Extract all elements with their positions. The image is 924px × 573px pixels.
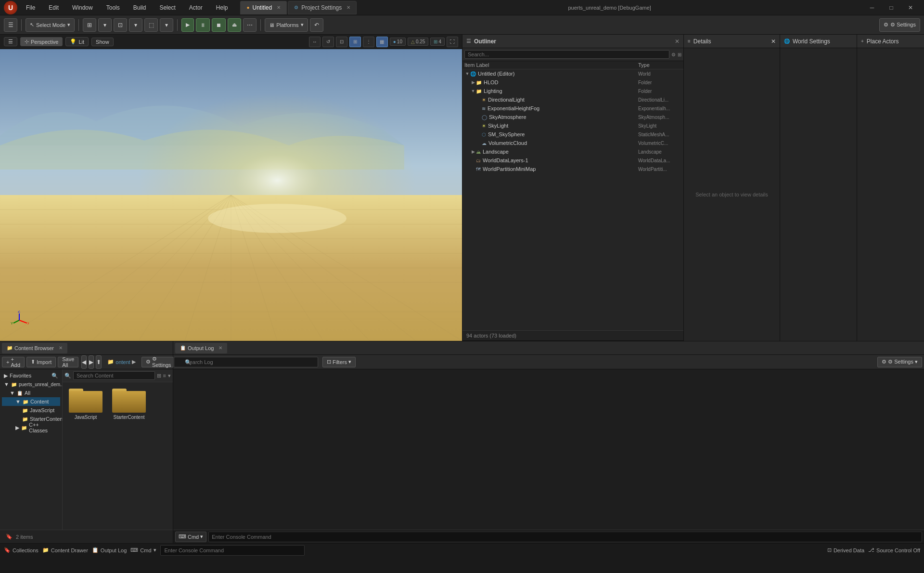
tree-item-landscape[interactable]: ▶ ⛰ Landscape Landscape (462, 147, 683, 156)
tree-item-world-partition-minimap[interactable]: 🗺 WorldPartitionMiniMap WorldPartiti... (462, 165, 683, 173)
platforms-button[interactable]: 🖥 Platforms ▾ (265, 18, 308, 32)
col-type[interactable]: Type (638, 62, 681, 68)
sort-icon[interactable]: ≡ (163, 373, 166, 378)
tree-item-hlod[interactable]: ▶ 📁 HLOD Folder (462, 78, 683, 87)
collections-button[interactable]: 🔖 2 items (3, 533, 36, 541)
tree-item-world-data-layers[interactable]: 🗂 WorldDataLayers-1 WorldDataLa... (462, 156, 683, 165)
vp-scale-tool[interactable]: ⊡ (336, 37, 347, 47)
close-button[interactable]: ✕ (901, 1, 920, 14)
viewport-canvas[interactable]: X Y Z (0, 49, 462, 341)
vp-surface-snapping[interactable]: ▦ (376, 37, 388, 47)
output-log-status-item[interactable]: 📋 Output Log (92, 547, 127, 553)
content-drawer-status-item[interactable]: 📁 Content Drawer (42, 547, 88, 553)
content-search-input[interactable] (73, 371, 155, 380)
maximize-button[interactable]: □ (882, 1, 901, 14)
grid-snap-button[interactable]: ⊡ (114, 18, 127, 32)
content-item[interactable]: ▼ 📁 Content (2, 397, 60, 406)
play-button[interactable]: ▶ (181, 18, 194, 32)
cb-back-button[interactable]: ◀ (81, 355, 87, 369)
col-item-label[interactable]: Item Label (464, 62, 638, 68)
cmd-status-item[interactable]: ⌨ Cmd ▾ (130, 547, 156, 553)
menu-tools[interactable]: Tools (103, 3, 123, 12)
vp-move-tool[interactable]: ↔ (309, 37, 321, 47)
vp-select-all[interactable]: ⊞ (349, 37, 361, 47)
view-toggle-icon[interactable]: ⊞ (157, 373, 161, 379)
outliner-close-button[interactable]: ✕ (675, 38, 680, 45)
grid-dropdown[interactable]: ▾ (129, 18, 142, 32)
menu-actor[interactable]: Actor (186, 3, 205, 12)
select-mode-button[interactable]: ↖ Select Mode ▾ (26, 18, 75, 32)
favorites-search-icon[interactable]: 🔍 (51, 373, 58, 379)
tree-item-exponential-height-fog[interactable]: ≋ ExponentialHeightFog Exponentialh... (462, 104, 683, 113)
cb-settings-button[interactable]: ⚙ ⚙ Settings (141, 357, 176, 367)
vp-maximize[interactable]: ⛶ (447, 37, 458, 47)
play-options-button[interactable]: ⋯ (243, 18, 257, 32)
tree-item-untitled-editor[interactable]: ▼ 🌐 Untitled (Editor) World (462, 69, 683, 78)
console-command-input[interactable] (208, 532, 922, 542)
close-project-settings-tab[interactable]: ✕ (346, 5, 350, 10)
ol-settings-button[interactable]: ⚙ ⚙ Settings ▾ (877, 357, 922, 367)
vp-rotate-tool[interactable]: ↺ (322, 37, 334, 47)
menu-build[interactable]: Build (130, 3, 149, 12)
snap-dropdown[interactable]: ▾ (98, 18, 112, 32)
hamburger-viewport-button[interactable]: ☰ (4, 37, 17, 46)
filters-button[interactable]: ⊡ Filters ▾ (322, 357, 356, 367)
stop-button[interactable]: ⏹ (212, 18, 226, 32)
save-all-button[interactable]: Save All (58, 357, 78, 367)
lit-button[interactable]: 💡 Lit (65, 37, 89, 46)
cb-forward-button[interactable]: ▶ (89, 355, 94, 369)
all-item[interactable]: ▼ 📋 All (2, 389, 60, 397)
vp-fov-setting[interactable]: ● 10 (390, 38, 406, 46)
tree-item-sm-sky-sphere[interactable]: ⬡ SM_SkySphere StaticMeshA... (462, 130, 683, 139)
details-close-button[interactable]: ✕ (771, 38, 776, 45)
import-button[interactable]: ⬆ Import (26, 357, 56, 367)
cb-tab-close[interactable]: ✕ (59, 345, 63, 351)
tab-project-settings[interactable]: ⚙ Project Settings ✕ (288, 1, 357, 14)
snap-button[interactable]: ⊞ (83, 18, 96, 32)
tree-item-sky-atmosphere[interactable]: ◯ SkyAtmosphere SkyAtmosph... (462, 113, 683, 121)
javascript-folder[interactable]: JavaScript (66, 386, 105, 420)
cb-up-button[interactable]: ⬆ (96, 355, 102, 369)
layout-dropdown[interactable]: ▾ (160, 18, 173, 32)
vp-viewport-count[interactable]: ⊞ 4 (430, 38, 445, 46)
add-button[interactable]: + + Add (2, 357, 25, 367)
eject-button[interactable]: ⏏ (228, 18, 241, 32)
tree-item-lighting[interactable]: ▼ 📁 Lighting Folder (462, 87, 683, 95)
tree-item-sky-light[interactable]: ☀ SkyLight SkyLight (462, 121, 683, 130)
minimize-button[interactable]: ─ (862, 1, 882, 14)
status-cmd-input[interactable] (160, 545, 305, 556)
derived-data-status[interactable]: ⊡ Derived Data (827, 547, 864, 553)
perspective-button[interactable]: ⊹ Perspective (20, 37, 63, 46)
undo-button[interactable]: ↶ (310, 18, 323, 32)
ol-tab-close[interactable]: ✕ (218, 345, 222, 351)
show-button[interactable]: Show (91, 38, 114, 46)
source-control-status[interactable]: ⎇ Source Control Off (868, 547, 920, 553)
tree-item-directional-light[interactable]: ☀ DirectionalLight DirectionalLi... (462, 95, 683, 104)
menu-window[interactable]: Window (69, 3, 96, 12)
layout-button[interactable]: ⬚ (144, 18, 158, 32)
project-root-item[interactable]: ▼ 📁 puerts_unreal_dem... 🔍 (2, 380, 60, 389)
output-log-search-input[interactable] (174, 357, 318, 367)
tree-item-volumetric-cloud[interactable]: ☁ VolumetricCloud VolumetricC... (462, 139, 683, 147)
close-untitled-tab[interactable]: ✕ (277, 5, 281, 10)
hamburger-menu-button[interactable]: ☰ (4, 18, 17, 32)
javascript-item[interactable]: 📁 JavaScript (2, 406, 60, 415)
settings-button[interactable]: ⚙ ⚙ Settings (879, 18, 920, 32)
menu-file[interactable]: File (23, 3, 38, 12)
output-log-tab[interactable]: 📋 Output Log ✕ (175, 343, 227, 353)
collections-status-item[interactable]: 🔖 Collections (4, 547, 38, 553)
menu-select[interactable]: Select (156, 3, 178, 12)
menu-edit[interactable]: Edit (46, 3, 62, 12)
starter-content-folder[interactable]: StarterContent (110, 386, 148, 420)
tab-untitled[interactable]: ● Untitled ✕ (240, 1, 287, 14)
favorites-header[interactable]: ▶ Favorites 🔍 (2, 371, 60, 380)
cmd-dropdown-button[interactable]: ⌨ Cmd ▾ (175, 532, 206, 542)
pause-button[interactable]: ⏸ (196, 18, 210, 32)
outliner-settings-icon[interactable]: ⚙ (671, 52, 676, 57)
content-browser-tab[interactable]: 📁 Content Browser ✕ (2, 343, 67, 353)
vp-grid[interactable]: ⋮ (363, 37, 374, 47)
outliner-search-input[interactable] (464, 50, 669, 59)
menu-help[interactable]: Help (213, 3, 231, 12)
cb-path-button[interactable]: 📁 ontent ▶ (103, 357, 140, 367)
vp-speed-setting[interactable]: △ 0.25 (408, 38, 428, 46)
